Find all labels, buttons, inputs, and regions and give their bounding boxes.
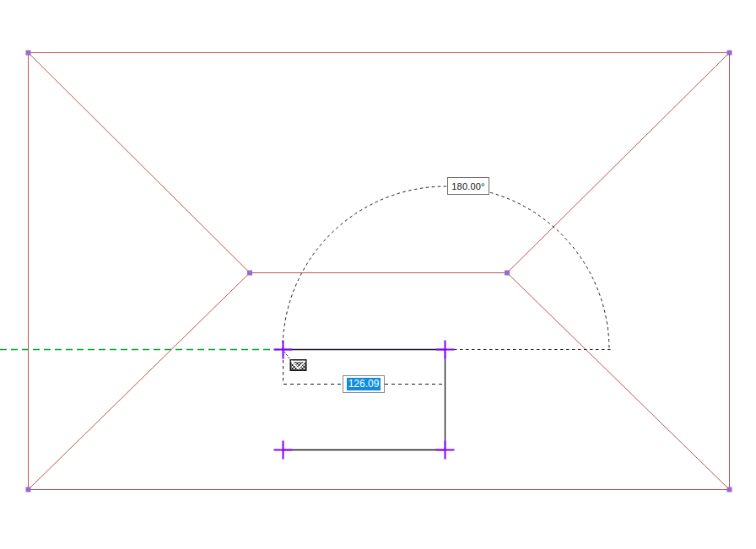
dimension-input-value[interactable]: 126.09 [347, 378, 381, 390]
grip-ridge-right[interactable] [505, 271, 510, 276]
hatch-cursor-icon [290, 360, 305, 370]
grip-bottom-right[interactable] [727, 487, 732, 492]
angle-readout-box: 180.00° [447, 177, 489, 195]
grip-top-left[interactable] [26, 51, 31, 56]
grip-bottom-left[interactable] [26, 487, 31, 492]
grip-top-right[interactable] [727, 51, 732, 56]
grip-ridge-left[interactable] [247, 271, 252, 276]
angle-readout-value: 180.00° [451, 181, 484, 191]
cad-geometry-layer [0, 0, 756, 549]
drawing-canvas[interactable]: 180.00° 126.09 [0, 0, 756, 549]
red-hip-top-left[interactable] [29, 53, 251, 273]
red-hip-bottom-left[interactable] [29, 273, 251, 490]
red-hip-bottom-right[interactable] [507, 273, 730, 490]
dimension-input[interactable]: 126.09 [343, 375, 385, 393]
red-hip-top-right[interactable] [507, 53, 730, 273]
cursor-leader-dashed [284, 352, 290, 359]
